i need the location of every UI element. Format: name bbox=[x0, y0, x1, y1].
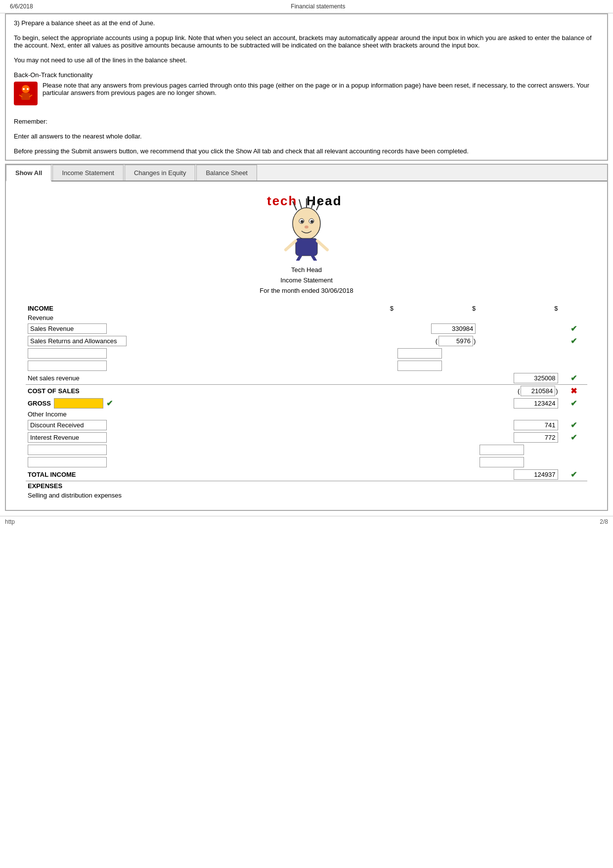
sales-returns-row: ( ) ✔ bbox=[26, 335, 587, 347]
instructions-box: 3) Prepare a balance sheet as at the end… bbox=[5, 13, 608, 161]
svg-line-22 bbox=[298, 256, 301, 261]
empty-other-amount-2[interactable] bbox=[480, 457, 524, 467]
expenses-label: EXPENSES bbox=[26, 481, 313, 491]
empty-other-account-1[interactable] bbox=[28, 445, 107, 455]
cost-of-sales-amount[interactable] bbox=[521, 386, 555, 396]
svg-point-18 bbox=[305, 226, 308, 228]
tab-show-all[interactable]: Show All bbox=[6, 165, 51, 182]
svg-point-5 bbox=[27, 88, 29, 90]
content-area: tech Head bbox=[6, 182, 607, 510]
income-label: INCOME bbox=[26, 304, 313, 313]
instruction-para2: You may not need to use all of the lines… bbox=[14, 56, 599, 64]
document-title: Tech Head Income Statement For the month… bbox=[26, 265, 587, 296]
income-statement-table: INCOME $ $ $ Revenue bbox=[26, 304, 587, 500]
sales-revenue-value bbox=[395, 322, 478, 335]
sales-revenue-amount[interactable] bbox=[431, 323, 476, 334]
period: For the month ended 30/06/2018 bbox=[26, 286, 587, 296]
logo-text: tech Head bbox=[26, 191, 587, 262]
svg-point-8 bbox=[293, 208, 320, 239]
tab-changes-in-equity[interactable]: Changes in Equity bbox=[125, 165, 196, 181]
status-url: http bbox=[5, 518, 15, 525]
gross-account-input[interactable] bbox=[54, 398, 103, 409]
svg-point-17 bbox=[310, 220, 313, 223]
discount-received-amount[interactable] bbox=[514, 420, 558, 430]
interest-revenue-row: ✔ bbox=[26, 431, 587, 444]
empty-other-amount-1[interactable] bbox=[480, 445, 524, 455]
status-bar: http 2/8 bbox=[0, 516, 613, 527]
cost-of-sales-row: COST OF SALES ( ) ✖ bbox=[26, 385, 587, 398]
sales-revenue-input[interactable] bbox=[28, 323, 107, 334]
other-income-label: Other Income bbox=[26, 410, 313, 419]
svg-line-21 bbox=[317, 241, 327, 250]
net-sales-amount[interactable] bbox=[514, 373, 558, 383]
remember-2: Before pressing the Submit answers butto… bbox=[14, 147, 599, 155]
logo-area: tech Head bbox=[26, 186, 587, 265]
svg-line-23 bbox=[312, 256, 315, 261]
interest-revenue-input[interactable] bbox=[28, 432, 107, 443]
svg-line-20 bbox=[286, 241, 296, 250]
gross-amount[interactable] bbox=[514, 398, 558, 409]
remember-label: Remember: bbox=[14, 118, 599, 125]
page-title: Financial statements bbox=[291, 3, 345, 10]
total-income-row: TOTAL INCOME ✔ bbox=[26, 468, 587, 481]
total-income-label: TOTAL INCOME bbox=[26, 468, 313, 481]
discount-received-input[interactable] bbox=[28, 420, 107, 430]
tab-balance-sheet[interactable]: Balance Sheet bbox=[196, 165, 257, 181]
discount-received-value bbox=[478, 419, 560, 431]
empty-row-1 bbox=[26, 347, 587, 360]
svg-point-4 bbox=[23, 88, 25, 90]
selling-dist-label: Selling and distribution expenses bbox=[26, 491, 313, 500]
discount-received-row: ✔ bbox=[26, 419, 587, 431]
net-sales-label: Net sales revenue bbox=[26, 372, 313, 385]
statement-panel: Show All Income Statement Changes in Equ… bbox=[5, 164, 608, 511]
empty-amount-2[interactable] bbox=[397, 361, 442, 371]
tab-income-statement[interactable]: Income Statement bbox=[52, 165, 124, 181]
doc-type: Income Statement bbox=[26, 275, 587, 286]
column-header-row: INCOME $ $ $ bbox=[26, 304, 587, 313]
sales-returns-value: ( ) bbox=[395, 335, 478, 347]
instruction-para1: To begin, select the appropriate account… bbox=[14, 34, 599, 49]
col2-header: $ bbox=[395, 304, 478, 313]
empty-other-row-1 bbox=[26, 444, 587, 456]
sales-revenue-check: ✔ bbox=[560, 322, 587, 335]
item-number: 3) Prepare a balance sheet as at the end… bbox=[14, 19, 599, 27]
back-on-track-label: Back-On-Track functionality bbox=[14, 71, 599, 79]
revenue-row: Revenue bbox=[26, 313, 587, 322]
interest-revenue-amount[interactable] bbox=[514, 432, 558, 443]
cost-of-sales-value: ( ) bbox=[478, 385, 560, 398]
gross-label: GROSS bbox=[28, 400, 51, 407]
sales-returns-amount[interactable] bbox=[438, 336, 473, 346]
date-display: 6/6/2018 bbox=[10, 3, 33, 10]
net-sales-value bbox=[478, 372, 560, 385]
sales-returns-check: ✔ bbox=[560, 335, 587, 347]
top-bar: 6/6/2018 Financial statements bbox=[0, 0, 613, 13]
tech-head-logo: tech Head bbox=[252, 191, 361, 261]
svg-line-10 bbox=[299, 199, 302, 208]
bot-icon bbox=[14, 82, 38, 105]
other-income-row: Other Income bbox=[26, 410, 587, 419]
svg-rect-19 bbox=[296, 238, 317, 256]
empty-account-2[interactable] bbox=[28, 361, 107, 371]
revenue-label: Revenue bbox=[26, 313, 313, 322]
expenses-row: EXPENSES bbox=[26, 481, 587, 491]
sales-revenue-row: ✔ bbox=[26, 322, 587, 335]
empty-amount-1[interactable] bbox=[397, 348, 442, 359]
tabs-row: Show All Income Statement Changes in Equ… bbox=[6, 165, 607, 182]
empty-account-1[interactable] bbox=[28, 348, 107, 359]
col3-header: $ bbox=[478, 304, 560, 313]
sales-returns-input[interactable] bbox=[28, 336, 127, 346]
total-income-amount[interactable] bbox=[514, 469, 558, 480]
empty-other-account-2[interactable] bbox=[28, 457, 107, 467]
cost-of-sales-label: COST OF SALES bbox=[26, 385, 313, 398]
svg-rect-1 bbox=[21, 93, 30, 100]
net-sales-row: Net sales revenue ✔ bbox=[26, 372, 587, 385]
company-name: Tech Head bbox=[26, 265, 587, 275]
bot-box: Please note that any answers from previo… bbox=[14, 82, 599, 105]
gross-row: GROSS ✔ ✔ bbox=[26, 397, 587, 410]
status-page: 2/8 bbox=[600, 518, 608, 525]
col1-header: $ bbox=[313, 304, 395, 313]
empty-other-row-2 bbox=[26, 456, 587, 468]
interest-revenue-value bbox=[478, 431, 560, 444]
total-income-value bbox=[478, 468, 560, 481]
bot-text: Please note that any answers from previo… bbox=[43, 82, 599, 96]
